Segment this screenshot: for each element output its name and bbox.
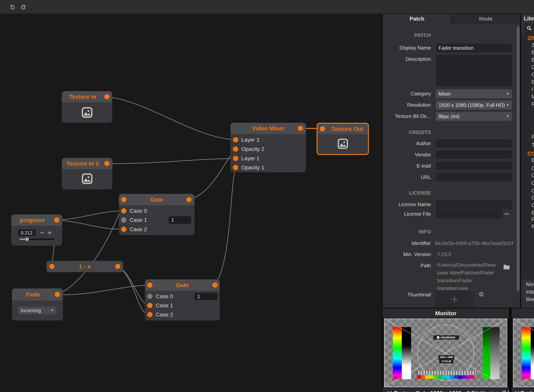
library-item[interactable]: F xyxy=(531,217,534,223)
wire-fade-to-gate-top[interactable] xyxy=(57,200,124,294)
decrement-button[interactable]: − xyxy=(40,229,44,236)
library-item[interactable]: C xyxy=(531,202,534,208)
library-item[interactable]: E xyxy=(531,210,534,216)
tab-patch[interactable]: Patch xyxy=(383,14,451,24)
library-item[interactable]: M xyxy=(531,94,534,100)
library-item[interactable]: R xyxy=(531,134,534,140)
wire-texturein-to-layer2[interactable] xyxy=(107,97,236,140)
library-search-input[interactable] xyxy=(525,23,534,33)
gate-top-case1-port[interactable] xyxy=(121,217,126,223)
wire-texturein2-to-layer1[interactable] xyxy=(107,159,236,163)
library-item[interactable]: C xyxy=(531,165,534,172)
video-mixer-layer2-port[interactable] xyxy=(233,137,238,142)
license-name-input[interactable] xyxy=(436,201,512,209)
wire-progress-to-gate-case0[interactable] xyxy=(57,211,124,220)
url-input[interactable] xyxy=(436,173,512,181)
node-gate-bottom-header: Gate xyxy=(145,279,220,291)
author-input[interactable] xyxy=(436,139,512,148)
node-gate-bottom[interactable]: Gate Case 0 1 Case 1 Case 2 xyxy=(145,279,220,321)
node-title: Gate xyxy=(150,196,163,203)
gate-bottom-input-port[interactable] xyxy=(147,282,153,288)
wire-gate-top-to-opacity2[interactable] xyxy=(189,149,236,200)
video-mixer-output-port[interactable] xyxy=(298,126,303,131)
one-minus-x-output-port[interactable] xyxy=(115,264,120,269)
wire-progress-to-gate-case2[interactable] xyxy=(57,220,124,229)
redo-icon[interactable] xyxy=(20,4,26,10)
thumbnail-gear-icon[interactable]: ⚙ xyxy=(479,291,484,298)
progress-output-port[interactable] xyxy=(54,217,59,223)
resolution-select[interactable]: 1920 x 1080 (1080p, Full HD) ▼ xyxy=(436,101,512,110)
gate-bottom-case1-port[interactable] xyxy=(147,303,153,308)
fade-mode-dropdown[interactable]: incoming ▼ xyxy=(18,307,57,314)
browse-file-button[interactable]: ••• xyxy=(505,212,509,216)
node-progress[interactable]: progress 0.212 − + xyxy=(11,215,62,246)
increment-button[interactable]: + xyxy=(48,229,52,236)
gate-top-case1-value[interactable]: 1 xyxy=(169,216,191,224)
panel-scrollbar[interactable] xyxy=(517,26,520,291)
library-item[interactable]: C xyxy=(531,173,534,178)
gate-bottom-case0-value[interactable]: 1 xyxy=(195,293,217,300)
library-item[interactable]: C xyxy=(531,180,534,186)
node-video-mixer[interactable]: Video Mixer Layer 2 Opacity 2 Layer 1 Op… xyxy=(230,123,306,172)
texture-in-output-port[interactable] xyxy=(104,94,110,99)
gate-top-input-port[interactable] xyxy=(121,197,126,202)
thumbnail-add-button[interactable]: + xyxy=(435,290,474,308)
fade-output-port[interactable] xyxy=(55,292,60,297)
node-texture-out[interactable]: Texture Out xyxy=(317,123,369,155)
node-one-minus-x[interactable]: 1 - x xyxy=(46,261,123,272)
display-name-input[interactable] xyxy=(436,43,512,52)
monitor-header: Monitor xyxy=(383,308,509,318)
node-title: Gate xyxy=(176,282,189,289)
video-mixer-layer1-port[interactable] xyxy=(233,156,238,161)
video-mixer-opacity2-port[interactable] xyxy=(233,146,238,152)
node-texture-in[interactable]: Texture In xyxy=(62,91,112,123)
gate-bottom-case2-port[interactable] xyxy=(147,312,153,317)
library-item[interactable]: R xyxy=(531,101,534,107)
library-group-co[interactable]: CO xyxy=(527,150,534,157)
node-gate-top[interactable]: Gate Case 0 Case 1 1 Case 2 xyxy=(119,194,195,235)
license-name-label: License Name xyxy=(387,201,431,207)
library-item[interactable]: B xyxy=(531,157,534,163)
library-item[interactable]: C xyxy=(531,195,534,201)
author-label: Author xyxy=(387,140,431,146)
texture-bit-depth-select[interactable]: 8bpc (int) ▼ xyxy=(436,112,512,121)
chevron-down-icon: ▼ xyxy=(51,308,54,312)
library-item[interactable]: B xyxy=(531,57,534,63)
library-item[interactable]: E xyxy=(531,79,534,85)
node-fade[interactable]: Fade incoming ▼ xyxy=(12,289,63,321)
library-item[interactable]: I xyxy=(531,86,533,93)
progress-value-field[interactable]: 0.212 xyxy=(18,230,36,236)
wire-gate-bottom-to-opacity1[interactable] xyxy=(215,168,236,285)
library-item[interactable]: C xyxy=(531,188,534,194)
library-group-2d[interactable]: 2D xyxy=(527,35,534,41)
node-title: Texture In xyxy=(69,93,96,100)
library-item[interactable]: C xyxy=(531,64,534,70)
email-input[interactable] xyxy=(436,162,512,170)
undo-icon[interactable] xyxy=(9,4,16,10)
description-textarea[interactable] xyxy=(436,55,512,86)
category-select[interactable]: Mixer ▼ xyxy=(436,89,512,98)
gate-top-output-port[interactable] xyxy=(186,197,191,202)
folder-icon[interactable] xyxy=(503,264,510,270)
video-mixer-opacity1-port[interactable] xyxy=(233,165,238,170)
gate-bottom-case0-port[interactable] xyxy=(147,294,153,299)
progress-slider-handle[interactable] xyxy=(25,237,29,241)
vendor-input[interactable] xyxy=(436,150,512,159)
one-minus-x-input-port[interactable] xyxy=(49,264,54,269)
library-item[interactable]: T xyxy=(531,142,534,148)
node-texture-in-2[interactable]: Texture In 2 xyxy=(62,158,112,189)
texture-in-2-output-port[interactable] xyxy=(104,161,110,166)
library-item[interactable]: 2 xyxy=(531,42,534,48)
library-item[interactable]: C xyxy=(531,72,534,78)
license-file-input[interactable] xyxy=(436,210,502,218)
gate-bottom-output-port[interactable] xyxy=(212,282,218,288)
library-item[interactable]: B xyxy=(531,50,534,56)
gate-top-case0-port[interactable] xyxy=(121,208,126,214)
library-item[interactable]: F xyxy=(531,224,534,230)
library-hint-line: inte xyxy=(526,289,534,295)
case-label: Case 2 xyxy=(130,226,147,233)
tab-node[interactable]: Node xyxy=(452,14,520,24)
gate-top-case2-port[interactable] xyxy=(121,227,126,232)
monitor-gear-icon[interactable]: ⚙ xyxy=(502,389,506,392)
texture-out-input-port[interactable] xyxy=(320,126,325,131)
